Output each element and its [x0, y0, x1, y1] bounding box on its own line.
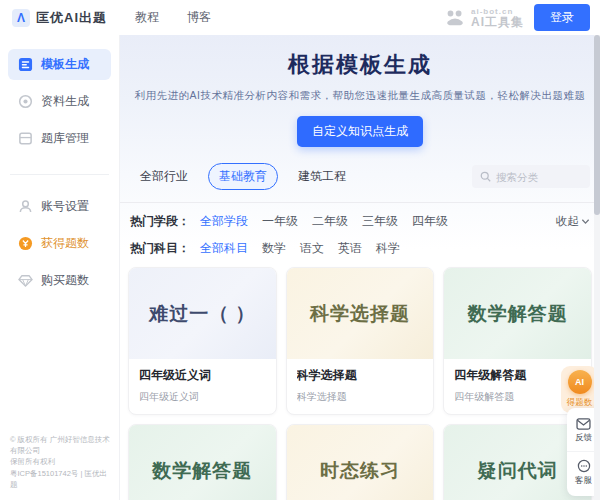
support-label: 客服 — [575, 475, 592, 487]
tab-construction[interactable]: 建筑工程 — [288, 164, 356, 189]
filter-opt-all-subjects[interactable]: 全部科目 — [200, 240, 248, 257]
sidebar-item-question-bank[interactable]: 题库管理 — [8, 123, 111, 154]
card-banner: 数学解答题 — [444, 268, 591, 359]
watermark: ai-bot.cn AI工具集 — [444, 8, 524, 28]
topbar: Λ 匡优AI出题 教程 博客 ai-bot.cn AI工具集 登录 — [0, 0, 600, 35]
copyright-line1: © 版权所有 广州好智信息技术有限公司 — [10, 434, 111, 457]
material-icon — [17, 94, 33, 110]
card-title: 科学选择题 — [297, 367, 424, 384]
question-bank-icon — [17, 131, 33, 147]
sidebar-item-label: 题库管理 — [41, 130, 89, 147]
sidebar-item-label: 资料生成 — [41, 93, 89, 110]
mail-icon — [576, 418, 591, 430]
app-window: Λ 匡优AI出题 教程 博客 ai-bot.cn AI工具集 登录 — [0, 0, 600, 500]
gem-icon — [17, 273, 33, 289]
coin-icon — [17, 236, 33, 252]
card-banner: 难过一（ ） — [129, 268, 276, 359]
filter-opt-all-grades[interactable]: 全部学段 — [200, 213, 248, 230]
filter-opt-english[interactable]: 英语 — [338, 240, 362, 257]
sidebar-item-buy-questions[interactable]: 购买题数 — [8, 265, 111, 296]
filter-row-grade: 热门学段： 全部学段 一年级 二年级 三年级 四年级 收起 — [120, 203, 600, 230]
search-input[interactable] — [496, 171, 576, 183]
template-card[interactable]: 难过一（ ） 四年级近义词 四年级近义词 — [128, 267, 277, 415]
tab-basic-education[interactable]: 基础教育 — [208, 163, 278, 190]
page-subtitle: 利用先进的AI技术精准分析内容和需求，帮助您迅速批量生成高质量试题，轻松解决出题… — [120, 89, 600, 103]
main-content: 根据模板生成 利用先进的AI技术精准分析内容和需求，帮助您迅速批量生成高质量试题… — [120, 35, 600, 500]
industry-tabs: 全部行业 基础教育 建筑工程 — [120, 163, 600, 190]
filter-opt-grade3[interactable]: 三年级 — [362, 213, 398, 230]
sidebar-item-label: 购买题数 — [41, 272, 89, 289]
template-card[interactable]: 数学解答题 三年级解答题 — [128, 424, 277, 500]
category-search[interactable] — [472, 165, 590, 188]
top-nav: 教程 博客 — [135, 9, 211, 26]
app-title: 匡优AI出题 — [36, 9, 107, 27]
template-card[interactable]: 科学选择题 科学选择题 科学选择题 — [286, 267, 435, 415]
ai-coin-icon: AI — [568, 370, 592, 394]
card-title: 四年级近义词 — [139, 367, 266, 384]
sidebar-item-template-generate[interactable]: 模板生成 — [8, 49, 111, 80]
watermark-line2: AI工具集 — [471, 16, 524, 28]
page-title: 根据模板生成 — [120, 50, 600, 80]
filter-opt-chinese[interactable]: 语文 — [300, 240, 324, 257]
search-icon — [480, 171, 491, 182]
card-banner: 时态练习 — [287, 425, 434, 500]
template-card[interactable]: 时态练习 三年级英语时态练习 — [286, 424, 435, 500]
sidebar-divider — [10, 174, 109, 175]
filter-row-subject: 热门科目： 全部科目 数学 语文 英语 科学 — [120, 230, 600, 257]
account-icon — [17, 199, 33, 215]
template-card-grid: 难过一（ ） 四年级近义词 四年级近义词 科学选择题 科学选择题 科学选择题 数… — [128, 267, 592, 500]
chevron-down-icon — [581, 217, 590, 226]
sidebar: 模板生成 资料生成 题库管理 账号设置 — [0, 35, 120, 500]
icp-line: 粤ICP备15101742号 | 匡优出题 — [10, 468, 111, 491]
chat-icon — [577, 459, 591, 473]
watermark-text: ai-bot.cn AI工具集 — [471, 8, 524, 28]
login-button[interactable]: 登录 — [534, 4, 590, 31]
scrollbar-thumb[interactable] — [594, 35, 600, 215]
filter-opt-math[interactable]: 数学 — [262, 240, 286, 257]
card-banner: 数学解答题 — [129, 425, 276, 500]
filter-label-grade: 热门学段： — [130, 213, 190, 230]
nav-item-tutorial[interactable]: 教程 — [135, 9, 159, 26]
app-logo-icon: Λ — [12, 9, 30, 27]
scrollbar[interactable] — [594, 35, 600, 500]
hero-section: 根据模板生成 利用先进的AI技术精准分析内容和需求，帮助您迅速批量生成高质量试题… — [120, 35, 600, 147]
feedback-label: 反馈 — [575, 432, 592, 444]
sidebar-item-material-generate[interactable]: 资料生成 — [8, 86, 111, 117]
filter-label-subject: 热门科目： — [130, 240, 190, 257]
card-subtitle: 科学选择题 — [297, 390, 424, 404]
copyright-footer: © 版权所有 广州好智信息技术有限公司 保留所有权利 粤ICP备15101742… — [8, 434, 111, 490]
filter-opt-grade4[interactable]: 四年级 — [412, 213, 448, 230]
card-subtitle: 四年级近义词 — [139, 390, 266, 404]
brand[interactable]: Λ 匡优AI出题 — [12, 9, 107, 27]
copyright-line2: 保留所有权利 — [10, 456, 111, 467]
sidebar-item-earned-questions[interactable]: 获得题数 — [8, 228, 111, 259]
collapse-label: 收起 — [556, 214, 579, 229]
sidebar-item-label: 账号设置 — [41, 198, 89, 215]
card-banner: 科学选择题 — [287, 268, 434, 359]
tab-all-industries[interactable]: 全部行业 — [130, 164, 198, 189]
sidebar-item-label: 模板生成 — [41, 56, 89, 73]
paw-logo-icon — [444, 9, 466, 27]
collapse-toggle[interactable]: 收起 — [556, 214, 590, 229]
topbar-right: ai-bot.cn AI工具集 登录 — [444, 4, 590, 31]
nav-item-blog[interactable]: 博客 — [187, 9, 211, 26]
filter-opt-science[interactable]: 科学 — [376, 240, 400, 257]
custom-knowledge-generate-button[interactable]: 自定义知识点生成 — [297, 116, 423, 147]
earned-questions-badge[interactable]: AI 得题数 — [561, 366, 598, 413]
filter-opt-grade2[interactable]: 二年级 — [312, 213, 348, 230]
sidebar-item-account-settings[interactable]: 账号设置 — [8, 191, 111, 222]
filter-opt-grade1[interactable]: 一年级 — [262, 213, 298, 230]
template-icon — [17, 57, 33, 73]
sidebar-item-label: 获得题数 — [41, 235, 89, 252]
